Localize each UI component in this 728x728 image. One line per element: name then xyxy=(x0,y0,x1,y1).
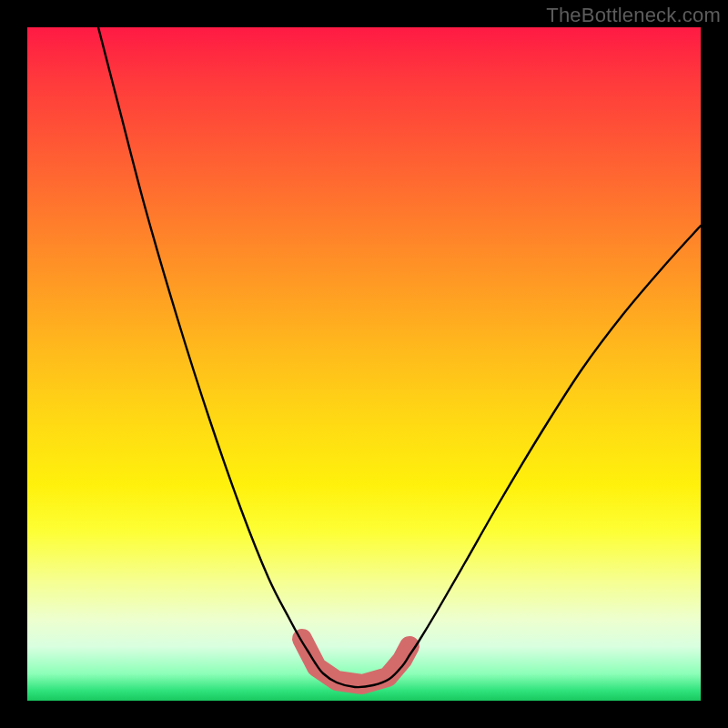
plot-area xyxy=(27,27,701,701)
trough-marker xyxy=(302,639,410,684)
bottleneck-curve xyxy=(98,27,701,687)
watermark-text: TheBottleneck.com xyxy=(546,4,721,27)
plot-svg xyxy=(27,27,701,701)
chart-frame: TheBottleneck.com xyxy=(0,0,728,728)
